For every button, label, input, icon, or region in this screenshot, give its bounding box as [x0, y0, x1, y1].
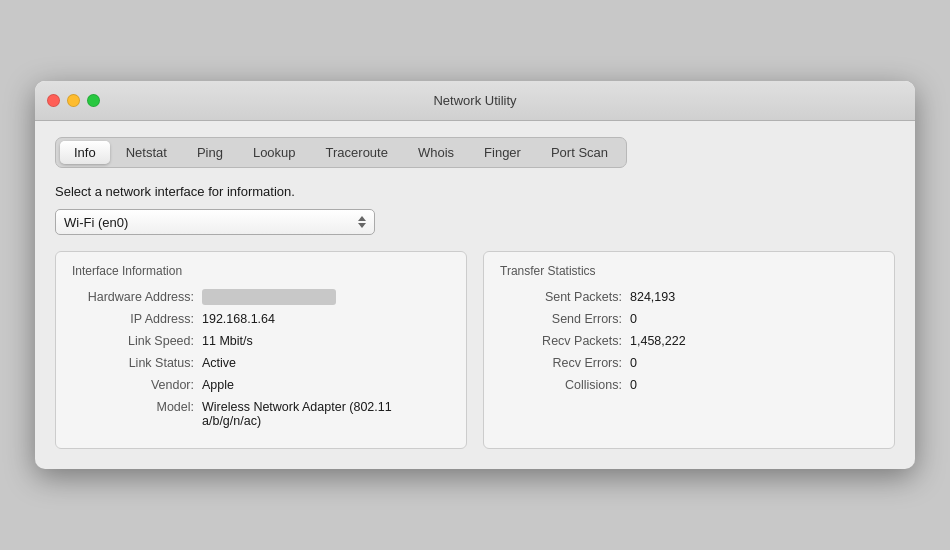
dropdown-arrow-icon [358, 214, 366, 230]
link-speed-label: Link Speed: [72, 334, 202, 348]
tab-finger[interactable]: Finger [470, 141, 535, 164]
tab-info[interactable]: Info [60, 141, 110, 164]
maximize-button[interactable] [87, 94, 100, 107]
send-errors-label: Send Errors: [500, 312, 630, 326]
recv-packets-value: 1,458,222 [630, 334, 686, 348]
collisions-label: Collisions: [500, 378, 630, 392]
vendor-row: Vendor: Apple [72, 378, 450, 392]
minimize-button[interactable] [67, 94, 80, 107]
recv-packets-label: Recv Packets: [500, 334, 630, 348]
arrow-down-icon [358, 223, 366, 228]
link-status-row: Link Status: Active [72, 356, 450, 370]
link-speed-row: Link Speed: 11 Mbit/s [72, 334, 450, 348]
tab-lookup[interactable]: Lookup [239, 141, 310, 164]
model-value: Wireless Network Adapter (802.11 a/b/g/n… [202, 400, 450, 428]
close-button[interactable] [47, 94, 60, 107]
hardware-address-row: Hardware Address: ██ ██ ██ ██ ██ ██ [72, 290, 450, 304]
collisions-value: 0 [630, 378, 637, 392]
collisions-row: Collisions: 0 [500, 378, 878, 392]
sent-packets-label: Sent Packets: [500, 290, 630, 304]
sent-packets-row: Sent Packets: 824,193 [500, 290, 878, 304]
info-columns: Interface Information Hardware Address: … [55, 251, 895, 449]
hardware-address-value: ██ ██ ██ ██ ██ ██ [202, 290, 336, 304]
vendor-label: Vendor: [72, 378, 202, 392]
sent-packets-value: 824,193 [630, 290, 675, 304]
titlebar: Network Utility [35, 81, 915, 121]
hardware-address-label: Hardware Address: [72, 290, 202, 304]
link-status-label: Link Status: [72, 356, 202, 370]
instruction-text: Select a network interface for informati… [55, 184, 895, 199]
content-area: Info Netstat Ping Lookup Traceroute Whoi… [35, 121, 915, 469]
send-errors-row: Send Errors: 0 [500, 312, 878, 326]
tab-ping[interactable]: Ping [183, 141, 237, 164]
ip-address-label: IP Address: [72, 312, 202, 326]
vendor-value: Apple [202, 378, 234, 392]
tab-whois[interactable]: Whois [404, 141, 468, 164]
tab-portscan[interactable]: Port Scan [537, 141, 622, 164]
recv-errors-row: Recv Errors: 0 [500, 356, 878, 370]
send-errors-value: 0 [630, 312, 637, 326]
hardware-blur: ██ ██ ██ ██ ██ ██ [202, 289, 336, 305]
recv-errors-label: Recv Errors: [500, 356, 630, 370]
main-window: Network Utility Info Netstat Ping Lookup… [35, 81, 915, 469]
traffic-lights [47, 94, 100, 107]
arrow-up-icon [358, 216, 366, 221]
interface-info-panel: Interface Information Hardware Address: … [55, 251, 467, 449]
interface-panel-title: Interface Information [72, 264, 450, 278]
window-title: Network Utility [433, 93, 516, 108]
ip-address-row: IP Address: 192.168.1.64 [72, 312, 450, 326]
dropdown-value: Wi-Fi (en0) [64, 215, 128, 230]
tab-netstat[interactable]: Netstat [112, 141, 181, 164]
tab-bar: Info Netstat Ping Lookup Traceroute Whoi… [55, 137, 627, 168]
recv-errors-value: 0 [630, 356, 637, 370]
link-speed-value: 11 Mbit/s [202, 334, 253, 348]
model-row: Model: Wireless Network Adapter (802.11 … [72, 400, 450, 428]
transfer-stats-panel: Transfer Statistics Sent Packets: 824,19… [483, 251, 895, 449]
model-label: Model: [72, 400, 202, 414]
interface-dropdown[interactable]: Wi-Fi (en0) [55, 209, 375, 235]
link-status-value: Active [202, 356, 236, 370]
transfer-panel-title: Transfer Statistics [500, 264, 878, 278]
ip-address-value: 192.168.1.64 [202, 312, 275, 326]
tab-traceroute[interactable]: Traceroute [312, 141, 402, 164]
interface-dropdown-container: Wi-Fi (en0) [55, 209, 895, 235]
recv-packets-row: Recv Packets: 1,458,222 [500, 334, 878, 348]
